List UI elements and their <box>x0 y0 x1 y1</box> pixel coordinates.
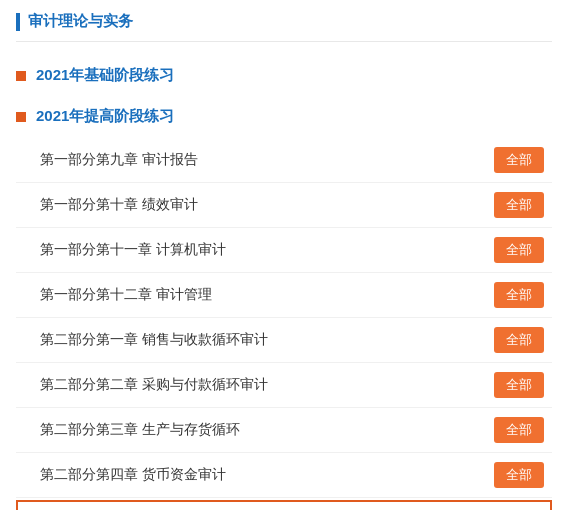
chapter-label: 第二部分第四章 货币资金审计 <box>40 466 478 484</box>
chapter-label: 第二部分第二章 采购与付款循环审计 <box>40 376 478 394</box>
chapter-label: 第一部分第十二章 审计管理 <box>40 286 478 304</box>
chapter-label: 第二部分第三章 生产与存货循环 <box>40 421 478 439</box>
chapter-btn-all[interactable]: 全部 <box>494 192 544 218</box>
chapter-btn-all[interactable]: 全部 <box>494 462 544 488</box>
chapter-btn-all[interactable]: 全部 <box>494 237 544 263</box>
chapter-item: 第二部分第三章 生产与存货循环全部 <box>16 408 552 453</box>
chapter-item: 第二部分第四章 货币资金审计全部 <box>16 453 552 498</box>
chapter-list: 第一部分第九章 审计报告全部第一部分第十章 绩效审计全部第一部分第十一章 计算机… <box>16 138 552 510</box>
page-container: 审计理论与实务 2021年基础阶段练习 2021年提高阶段练习 第一部分第九章 … <box>0 0 568 510</box>
chapter-item: 第一部分第九章 审计报告全部 <box>16 138 552 183</box>
chapter-item: 第二部分第二章 采购与付款循环审计全部 <box>16 363 552 408</box>
chapter-label: 第一部分第九章 审计报告 <box>40 151 478 169</box>
section-basic-icon <box>16 71 26 81</box>
chapter-btn-all[interactable]: 全部 <box>494 327 544 353</box>
section-advanced-title: 2021年提高阶段练习 <box>36 107 174 126</box>
page-title: 审计理论与实务 <box>28 12 133 31</box>
chapter-item: 第二部分第一章 销售与收款循环审计全部 <box>16 318 552 363</box>
section-advanced-header: 2021年提高阶段练习 <box>16 101 552 132</box>
chapter-item: 第一部分第十章 绩效审计全部 <box>16 183 552 228</box>
chapter-btn-all[interactable]: 全部 <box>494 147 544 173</box>
chapter-item: 第二部分第五章 财务报告审计全部 <box>16 500 552 510</box>
chapter-label: 第二部分第一章 销售与收款循环审计 <box>40 331 478 349</box>
section-basic-title: 2021年基础阶段练习 <box>36 66 174 85</box>
section-advanced: 2021年提高阶段练习 第一部分第九章 审计报告全部第一部分第十章 绩效审计全部… <box>16 101 552 510</box>
chapter-btn-all[interactable]: 全部 <box>494 282 544 308</box>
section-basic-header: 2021年基础阶段练习 <box>16 60 552 91</box>
chapter-label: 第一部分第十一章 计算机审计 <box>40 241 478 259</box>
section-advanced-icon <box>16 112 26 122</box>
chapter-btn-all[interactable]: 全部 <box>494 417 544 443</box>
page-title-bar: 审计理论与实务 <box>16 12 552 42</box>
section-basic: 2021年基础阶段练习 <box>16 60 552 91</box>
chapter-btn-all[interactable]: 全部 <box>494 372 544 398</box>
accent-bar-icon <box>16 13 20 31</box>
chapter-label: 第一部分第十章 绩效审计 <box>40 196 478 214</box>
chapter-item: 第一部分第十二章 审计管理全部 <box>16 273 552 318</box>
chapter-item: 第一部分第十一章 计算机审计全部 <box>16 228 552 273</box>
